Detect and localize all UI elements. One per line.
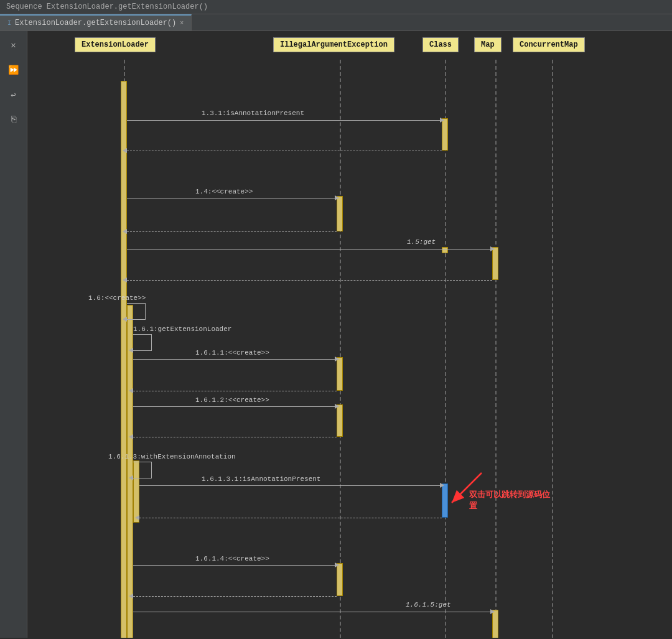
arrow-1-6-1-1: [133, 359, 337, 360]
close-toolbar-btn[interactable]: ✕: [5, 36, 22, 54]
active-tab[interactable]: I ExtensionLoader.getExtensionLoader() ×: [0, 14, 192, 30]
arrowhead-return-1-3-1: [123, 148, 127, 153]
arrow-return-1-3-1: [127, 151, 442, 151]
activation-IllegalArg-2: [337, 357, 343, 391]
activation-IllegalArg-1: [337, 196, 343, 231]
self-arrow-1-6-1-3-top: [133, 462, 152, 462]
arrowhead-1-6: [123, 317, 127, 322]
lifeline-IllegalArgumentException: IllegalArgumentException: [273, 37, 394, 52]
label-1-6-1-4: 1.6.1.4:<<create>>: [195, 555, 269, 562]
self-arrow-1-6-top: [127, 303, 146, 304]
arrow-1-6-1-2: [133, 406, 337, 407]
arrow-return-1-6-1-3-1: [139, 518, 442, 518]
diagram-area: ExtensionLoader IllegalArgumentException…: [27, 31, 672, 638]
arrowhead-1-6-1: [129, 348, 133, 353]
arrowhead-return-1-6-1-4: [129, 594, 133, 599]
arrowhead-return-1-4: [123, 229, 127, 234]
arrowhead-1-6-1-5: [490, 609, 495, 614]
lifeline-Class: Class: [422, 37, 459, 52]
arrow-return-1-4: [127, 231, 337, 232]
arrow-1-5: [127, 249, 492, 250]
lifeline-line-IllegalArgumentException: [340, 60, 341, 638]
annotation-text: 双击可以跳转到源码位置: [469, 489, 550, 511]
activation-ExtensionLoader-nested: [127, 305, 133, 638]
toolbar: ✕ ⏩ ↩ ⎘: [0, 31, 27, 638]
activation-IllegalArg-3: [337, 404, 343, 437]
arrow-return-1-6-1-4: [133, 596, 337, 597]
activation-ExtensionLoader-nested2: [133, 460, 139, 523]
arrowhead-1-5: [490, 246, 495, 251]
activation-Class-2: [442, 247, 448, 253]
arrowhead-return-1-6-1-1: [129, 388, 133, 393]
lifeline-Map: Map: [474, 37, 502, 52]
arrowhead-1-4: [335, 195, 339, 200]
lifeline-line-ConcurrentMap: [552, 60, 553, 638]
self-arrow-1-6-right: [145, 303, 146, 319]
arrowhead-return-1-6-1-3-1: [135, 515, 139, 520]
label-1-6-1-1: 1.6.1.1:<<create>>: [195, 349, 269, 357]
arrowhead-return-1-5: [123, 278, 127, 282]
activation-Class-1: [442, 118, 448, 151]
activation-Map-1: [492, 247, 498, 280]
label-1-4: 1.4:<<create>>: [195, 188, 253, 195]
label-1-6-1-5: 1.6.1.5:get: [406, 601, 451, 609]
tab-bar: I ExtensionLoader.getExtensionLoader() ×: [0, 14, 672, 31]
label-1-6-1-3: 1.6.1.3:withExtensionAnnotation: [108, 453, 236, 460]
label-1-6: 1.6:<<create>>: [88, 294, 146, 302]
tab-icon: I: [7, 20, 11, 27]
diagram-canvas: ExtensionLoader IllegalArgumentException…: [27, 31, 672, 638]
close-button[interactable]: ×: [180, 20, 184, 27]
activation-ExtensionLoader-main: [121, 81, 127, 638]
arrow-1-6-1-5: [133, 612, 492, 612]
label-1-3-1: 1.3.1:isAnnotationPresent: [202, 110, 304, 117]
label-1-6-1-3-1: 1.6.1.3.1:isAnnotationPresent: [202, 475, 320, 483]
arrow-1-6-1-3-1: [139, 485, 442, 486]
arrow-return-1-5: [127, 280, 492, 281]
label-1-6-1-2: 1.6.1.2:<<create>>: [195, 396, 269, 404]
arrow-1-6-1-4: [133, 565, 337, 566]
label-1-5: 1.5:get: [407, 238, 436, 246]
lifeline-line-Map: [495, 60, 497, 638]
label-1-6-1: 1.6.1:getExtensionLoader: [133, 325, 231, 333]
undo-btn[interactable]: ↩: [5, 86, 22, 103]
arrow-1-3-1: [127, 120, 442, 121]
arrowhead-1-6-1-2: [335, 404, 339, 409]
arrowhead-1-6-1-3: [129, 475, 133, 480]
arrow-return-1-6-1-2: [133, 437, 337, 437]
self-arrow-1-6-1-3-bottom: [133, 478, 152, 478]
tab-label: ExtensionLoader.getExtensionLoader(): [15, 19, 176, 27]
self-arrow-1-6-bottom: [127, 319, 146, 320]
lifeline-ConcurrentMap: ConcurrentMap: [513, 37, 585, 52]
title-bar: Sequence ExtensionLoader.getExtensionLoa…: [0, 0, 672, 14]
activation-IllegalArg-4: [337, 563, 343, 596]
self-arrow-1-6-1-top: [133, 334, 152, 335]
arrowhead-return-1-6-1-2: [129, 434, 133, 439]
main-area: ✕ ⏩ ↩ ⎘ ExtensionLoader IllegalArgumentE…: [0, 31, 672, 638]
arrowhead-1-3-1: [440, 118, 444, 123]
self-arrow-1-6-1-right: [151, 334, 152, 350]
self-arrow-1-6-1-bottom: [133, 350, 152, 351]
arrowhead-1-6-1-1: [335, 357, 339, 361]
title-text: Sequence ExtensionLoader.getExtensionLoa…: [6, 2, 208, 11]
lifeline-ExtensionLoader: ExtensionLoader: [75, 37, 156, 52]
self-arrow-1-6-1-3-right: [151, 462, 152, 478]
arrow-1-4: [127, 198, 337, 198]
arrowhead-1-6-1-4: [335, 562, 339, 567]
arrow-return-1-6-1-1: [133, 391, 337, 391]
copy-btn[interactable]: ⎘: [5, 111, 22, 128]
play-btn[interactable]: ⏩: [5, 61, 22, 78]
